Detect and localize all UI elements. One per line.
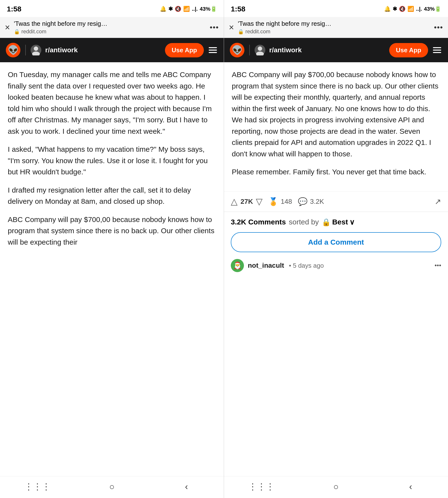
bluetooth-icon: ✱	[168, 6, 173, 12]
downvote-icon-right[interactable]: ▽	[256, 196, 263, 207]
awards-count-right: 148	[281, 198, 292, 206]
paragraph-1-left: On Tuesday, my manager calls me and tell…	[8, 69, 216, 137]
url-bar-right: 🔒 reddit.com	[238, 28, 430, 35]
url-bar-left: 🔒 reddit.com	[14, 28, 206, 35]
comment-avatar-right: 🎅	[231, 259, 244, 272]
chevron-down-icon-right: ∨	[349, 218, 355, 226]
subreddit-icon-right	[255, 45, 265, 55]
paragraph-3-left: I drafted my resignation letter after th…	[8, 185, 216, 207]
nav-back-right[interactable]: ‹	[401, 482, 420, 492]
signal-icon: ..|.	[192, 6, 198, 12]
sort-value-label-right: Best	[332, 218, 348, 226]
content-area-left: On Tuesday, my manager calls me and tell…	[0, 62, 224, 476]
reddit-header-left: 👽 r/antiwork Use App	[0, 38, 224, 62]
battery-right: 43%🔋	[424, 6, 441, 12]
use-app-btn-right[interactable]: Use App	[389, 43, 428, 57]
bottom-nav-right: ⋮⋮⋮ ○ ‹	[224, 476, 448, 498]
url-text-right: reddit.com	[245, 28, 271, 35]
subreddit-name-right: r/antiwork	[269, 46, 385, 54]
browser-chrome-right: × 'Twas the night before my resig… 🔒 red…	[224, 17, 448, 38]
status-icons-left: 🔔 ✱ 🔇 📶 ..|. 43%🔋	[160, 6, 217, 12]
status-bar-right: 1:58 🔔 ✱ 🔇 📶 ..|. 43%🔋	[224, 0, 448, 17]
sort-dropdown-right[interactable]: 🔒 Best ∨	[322, 218, 355, 226]
status-bar-left: 1:58 🔔 ✱ 🔇 📶 ..|. 43%🔋	[0, 0, 224, 17]
mute-icon: 🔇	[175, 6, 181, 12]
status-icons-right: 🔔 ✱ 🔇 📶 ..|. 43%🔋	[384, 6, 441, 12]
use-app-btn-left[interactable]: Use App	[165, 43, 204, 57]
comment-preview-right: 🎅 not_inacult • 5 days ago •••	[231, 259, 441, 272]
back-icon-right: ‹	[409, 482, 412, 492]
mute-icon-right: 🔇	[399, 6, 405, 12]
time-left: 1:58	[7, 5, 21, 13]
back-icon-left: ‹	[185, 482, 188, 492]
awards-item-right[interactable]: 🏅 148	[269, 197, 292, 206]
subreddit-icon-left	[31, 45, 41, 55]
more-btn-left[interactable]: •••	[210, 23, 219, 32]
reddit-header-right: 👽 r/antiwork Use App	[224, 38, 448, 62]
close-tab-right[interactable]: ×	[229, 22, 234, 33]
nav-menu-left[interactable]: ⋮⋮⋮	[28, 482, 47, 492]
comments-count-action-right: 3.2K	[310, 198, 324, 206]
right-panel: 1:58 🔔 ✱ 🔇 📶 ..|. 43%🔋 × 'Twas the night…	[224, 0, 448, 498]
comment-more-btn-right[interactable]: •••	[435, 262, 441, 269]
alarm-icon-right: 🔔	[384, 6, 391, 12]
paragraph-2-right: Please remember. Family first. You never…	[232, 166, 440, 178]
nav-menu-right[interactable]: ⋮⋮⋮	[252, 482, 271, 492]
reddit-logo-right: 👽	[230, 43, 244, 57]
svg-point-1	[34, 46, 38, 51]
comment-username-right: not_inacult	[248, 262, 284, 269]
more-btn-right[interactable]: •••	[434, 23, 443, 32]
home-icon-right: ○	[333, 482, 339, 492]
reddit-logo-left: 👽	[6, 43, 20, 57]
reddit-icon-right: 👽	[232, 45, 243, 55]
wifi-icon-right: 📶	[407, 6, 414, 12]
action-bar-right: △ 27K ▽ 🏅 148 💬 3.2K ↗	[224, 191, 448, 212]
url-text-left: reddit.com	[21, 28, 47, 35]
comments-header-right: 3.2K Comments sorted by 🔒 Best ∨	[231, 218, 441, 226]
left-panel: 1:58 🔔 ✱ 🔇 📶 ..|. 43%🔋 × 'Twas the night…	[0, 0, 224, 498]
lock-icon-left: 🔒	[14, 29, 20, 34]
post-body-right: ABC Company will pay $700,00 because nob…	[232, 69, 440, 178]
time-right: 1:58	[231, 5, 245, 13]
vote-section-right: △ 27K ▽	[231, 196, 263, 207]
nav-home-left[interactable]: ○	[102, 482, 122, 492]
hamburger-line-1-right	[433, 47, 441, 48]
content-area-right: ABC Company will pay $700,00 because nob…	[224, 62, 448, 191]
bottom-nav-left: ⋮⋮⋮ ○ ‹	[0, 476, 224, 498]
share-icon-right[interactable]: ↗	[435, 197, 441, 206]
signal-icon-right: ..|.	[416, 6, 422, 12]
paragraph-4-left: ABC Company will pay $700,00 because nob…	[8, 214, 216, 248]
browser-chrome-left: × 'Twas the night before my resig… 🔒 red…	[0, 17, 224, 38]
comment-icon-right: 💬	[298, 197, 308, 206]
hamburger-right[interactable]	[432, 46, 442, 54]
comments-section-right: 3.2K Comments sorted by 🔒 Best ∨ Add a C…	[224, 212, 448, 278]
comment-meta-right: not_inacult • 5 days ago	[248, 262, 324, 269]
close-tab-left[interactable]: ×	[5, 22, 10, 33]
post-body-left: On Tuesday, my manager calls me and tell…	[8, 69, 216, 248]
tab-title-right: 'Twas the night before my resig…	[238, 20, 430, 28]
svg-point-4	[258, 46, 262, 51]
wifi-icon: 📶	[183, 6, 190, 12]
tab-title-left: 'Twas the night before my resig…	[14, 20, 206, 28]
nav-back-left[interactable]: ‹	[177, 482, 196, 492]
add-comment-btn-right[interactable]: Add a Comment	[231, 232, 441, 252]
avatar-emoji-right: 🎅	[233, 261, 242, 269]
lock-sort-icon-right: 🔒	[322, 218, 331, 226]
menu-icon-left: ⋮⋮⋮	[24, 482, 50, 492]
hamburger-line-3-left	[209, 52, 217, 53]
reddit-icon-left: 👽	[8, 45, 19, 55]
award-icon-right: 🏅	[269, 197, 278, 206]
hamburger-line-2-left	[209, 50, 217, 51]
upvote-icon-right[interactable]: △	[231, 196, 238, 207]
divider-left	[25, 45, 26, 55]
comments-count-right: 3.2K Comments	[231, 218, 286, 226]
hamburger-line-3-right	[433, 52, 441, 53]
lock-icon-right: 🔒	[238, 29, 244, 34]
sorted-by-label-right: sorted by	[289, 218, 319, 226]
nav-home-right[interactable]: ○	[326, 482, 346, 492]
paragraph-2-left: I asked, "What happens to my vacation ti…	[8, 144, 216, 178]
hamburger-left[interactable]	[208, 46, 218, 54]
comments-item-right[interactable]: 💬 3.2K	[298, 197, 324, 206]
menu-icon-right: ⋮⋮⋮	[248, 482, 274, 492]
subreddit-name-left: r/antiwork	[45, 46, 161, 54]
